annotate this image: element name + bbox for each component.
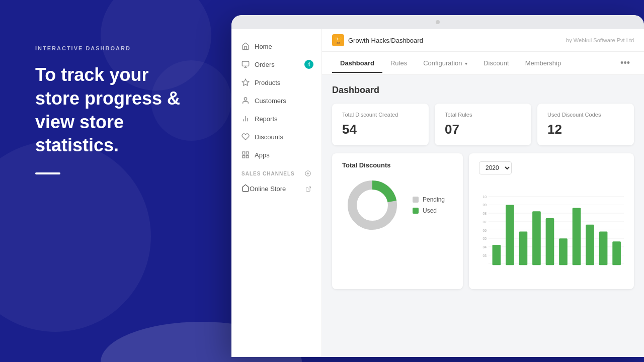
svg-rect-40 xyxy=(559,238,568,265)
svg-rect-39 xyxy=(546,218,554,265)
svg-point-4 xyxy=(244,98,247,100)
stats-row: Total Discount Created 54 Total Rules 07… xyxy=(332,104,634,145)
sidebar-item-products-label: Products xyxy=(255,79,280,86)
sidebar-item-apps-label: Apps xyxy=(255,151,270,159)
donut-chart-title: Total Discounts xyxy=(342,161,453,169)
browser-dot xyxy=(436,20,440,24)
tab-discount[interactable]: Discount xyxy=(475,53,517,73)
sidebar-item-orders-label: Orders xyxy=(255,61,275,68)
donut-container: Pending Used xyxy=(342,175,453,235)
stat-label-total-rules: Total Rules xyxy=(445,112,521,118)
sidebar-item-home[interactable]: Home xyxy=(231,37,321,55)
orders-icon xyxy=(242,60,250,68)
svg-rect-41 xyxy=(573,208,581,265)
stat-label-used-discount: Used Discount Codes xyxy=(547,112,624,118)
app-header: 🏆 Growth Hacks/Dashboard by Webkul Softw… xyxy=(322,29,644,52)
reports-icon xyxy=(242,115,250,123)
legend-dot-used xyxy=(413,208,419,214)
sidebar-item-discounts-label: Discounts xyxy=(255,133,283,141)
nav-tabs: Dashboard Rules Configuration ▾ Discount… xyxy=(322,52,644,75)
breadcrumb: Growth Hacks/Dashboard xyxy=(348,37,423,44)
year-select[interactable]: 2020 2019 2018 2021 xyxy=(479,161,512,174)
bar-chart-card: 2020 2019 2018 2021 10 09 08 xyxy=(469,153,634,289)
add-channel-icon[interactable] xyxy=(304,170,311,177)
svg-rect-44 xyxy=(612,241,621,265)
sidebar-item-apps[interactable]: Apps xyxy=(231,146,321,164)
bar-chart-svg: 10 09 08 07 06 05 04 03 xyxy=(479,180,624,281)
tab-membership[interactable]: Membership xyxy=(517,53,570,73)
stat-value-used-discount: 12 xyxy=(547,122,624,137)
svg-rect-9 xyxy=(246,152,249,154)
breadcrumb-app: Growth Hacks xyxy=(348,37,389,44)
orders-badge: 4 xyxy=(304,60,313,69)
svg-rect-37 xyxy=(519,232,528,265)
tab-rules[interactable]: Rules xyxy=(382,53,415,73)
svg-rect-0 xyxy=(242,61,249,66)
svg-rect-11 xyxy=(246,155,249,158)
sidebar-item-products[interactable]: Products xyxy=(231,73,321,92)
company-label: by Webkul Software Pvt Ltd xyxy=(566,37,634,43)
config-dropdown-arrow: ▾ xyxy=(465,61,467,66)
browser-top-bar xyxy=(231,15,644,29)
dashboard-title: Dashboard xyxy=(332,85,634,96)
breadcrumb-page: Dashboard xyxy=(391,37,423,44)
svg-rect-38 xyxy=(532,211,541,265)
bar-card-header: 2020 2019 2018 2021 xyxy=(479,161,624,174)
tab-configuration[interactable]: Configuration ▾ xyxy=(415,53,475,73)
svg-text:05: 05 xyxy=(483,237,487,240)
bar-chart-area: 10 09 08 07 06 05 04 03 xyxy=(479,180,624,281)
sidebar-item-orders[interactable]: Orders 4 xyxy=(231,55,321,73)
svg-text:04: 04 xyxy=(483,245,487,249)
sidebar-item-home-label: Home xyxy=(255,43,272,50)
sidebar-item-customers-label: Customers xyxy=(255,97,286,105)
apps-icon xyxy=(242,151,250,159)
stat-card-total-rules: Total Rules 07 xyxy=(435,104,531,145)
tab-dashboard[interactable]: Dashboard xyxy=(332,53,382,73)
more-options-button[interactable]: ••• xyxy=(616,52,634,74)
svg-rect-10 xyxy=(243,155,245,158)
svg-rect-43 xyxy=(599,232,608,265)
legend-dot-pending xyxy=(413,197,419,203)
stat-label-total-discount: Total Discount Created xyxy=(342,112,419,118)
donut-chart-card: Total Discounts Pend xyxy=(332,153,463,289)
left-headline: To track your store progress & view stor… xyxy=(35,63,196,157)
app-header-left: 🏆 Growth Hacks/Dashboard xyxy=(332,34,423,46)
sidebar: Home Orders 4 Products Customers xyxy=(231,29,322,357)
donut-legend: Pending Used xyxy=(413,196,445,214)
svg-text:10: 10 xyxy=(483,195,487,199)
legend-item-used: Used xyxy=(413,207,445,214)
left-divider xyxy=(35,172,60,174)
home-icon xyxy=(242,42,250,50)
browser-frame: Home Orders 4 Products Customers xyxy=(231,15,644,357)
customers-icon xyxy=(242,97,250,105)
sidebar-item-discounts[interactable]: Discounts xyxy=(231,128,321,146)
svg-rect-42 xyxy=(586,225,594,265)
svg-rect-35 xyxy=(493,245,501,265)
dashboard-area: Dashboard Total Discount Created 54 Tota… xyxy=(322,75,644,352)
tab-configuration-label: Configuration xyxy=(423,59,462,67)
svg-text:07: 07 xyxy=(483,220,487,224)
sidebar-item-online-store-label: Online Store xyxy=(250,185,286,193)
sidebar-item-reports-label: Reports xyxy=(255,115,278,123)
sidebar-item-online-store[interactable]: Online Store xyxy=(231,180,321,198)
sales-channels-label: SALES CHANNELS xyxy=(231,164,321,180)
charts-row: Total Discounts Pend xyxy=(332,153,634,289)
online-store-icon xyxy=(242,184,250,194)
left-panel: INTERACTIVE DASHBOARD To track your stor… xyxy=(35,45,196,174)
discounts-icon xyxy=(242,133,250,141)
donut-svg xyxy=(342,175,403,235)
external-link-icon xyxy=(305,186,311,192)
sidebar-item-reports[interactable]: Reports xyxy=(231,110,321,128)
svg-marker-3 xyxy=(242,79,249,85)
legend-label-pending: Pending xyxy=(423,196,445,203)
svg-line-15 xyxy=(308,187,311,190)
left-subtitle: INTERACTIVE DASHBOARD xyxy=(35,45,196,51)
legend-label-used: Used xyxy=(423,207,437,214)
stat-card-used-discount: Used Discount Codes 12 xyxy=(537,104,634,145)
svg-text:08: 08 xyxy=(483,212,487,215)
svg-rect-8 xyxy=(243,152,245,154)
stat-value-total-discount: 54 xyxy=(342,122,419,137)
sidebar-item-customers[interactable]: Customers xyxy=(231,92,321,110)
svg-text:03: 03 xyxy=(483,254,487,257)
main-content: 🏆 Growth Hacks/Dashboard by Webkul Softw… xyxy=(322,29,644,357)
